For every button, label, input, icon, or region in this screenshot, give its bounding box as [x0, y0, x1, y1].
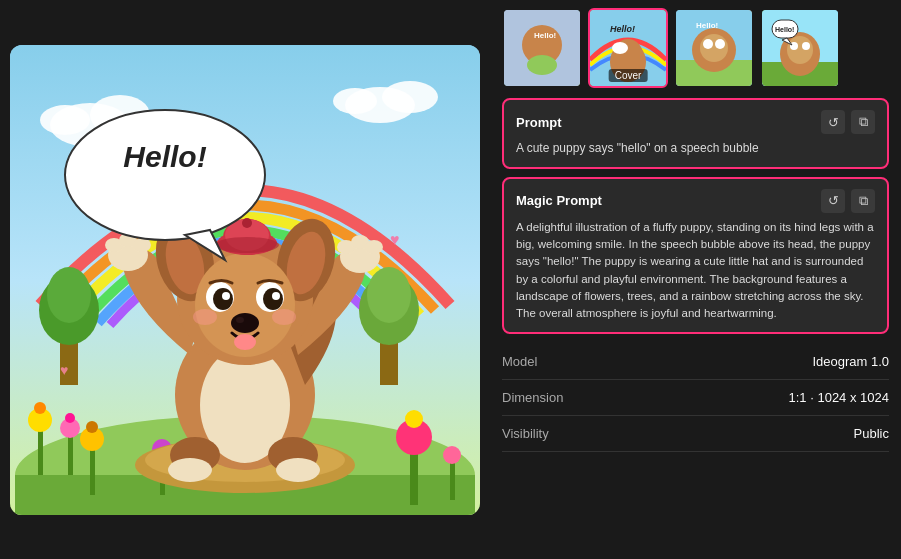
magic-prompt-copy-button[interactable]: ⧉	[851, 189, 875, 213]
svg-point-64	[193, 309, 217, 325]
magic-prompt-text: A delightful illustration of a fluffy pu…	[516, 219, 875, 323]
svg-text:Hello!: Hello!	[610, 24, 635, 34]
dimension-row: Dimension 1:1 · 1024 x 1024	[502, 380, 889, 416]
svg-text:Hello!: Hello!	[696, 21, 718, 30]
svg-point-60	[272, 292, 280, 300]
thumbnail-3-inner: Hello!	[676, 10, 752, 86]
svg-point-90	[715, 39, 725, 49]
prompt-title: Prompt	[516, 115, 562, 130]
thumbnail-4[interactable]: Hello!	[760, 8, 840, 88]
svg-point-22	[65, 413, 75, 423]
magic-prompt-box: Magic Prompt ↺ ⧉ A delightful illustrati…	[502, 177, 889, 335]
svg-point-70	[215, 237, 279, 253]
illustration-svg: Hello! ♥ ♥	[10, 45, 480, 515]
svg-point-3	[40, 105, 90, 135]
svg-point-97	[802, 42, 810, 50]
right-panel: Hello! Hello! Cover	[490, 0, 901, 559]
svg-point-28	[86, 421, 98, 433]
svg-point-71	[65, 110, 265, 240]
svg-rect-17	[38, 425, 43, 475]
thumbnail-1-inner: Hello!	[504, 10, 580, 86]
svg-text:♥: ♥	[60, 362, 68, 378]
visibility-label: Visibility	[502, 426, 549, 441]
model-row: Model Ideogram 1.0	[502, 344, 889, 380]
magic-prompt-title: Magic Prompt	[516, 193, 602, 208]
magic-prompt-actions: ↺ ⧉	[821, 189, 875, 213]
prompt-text: A cute puppy says "hello" on a speech bu…	[516, 140, 875, 157]
thumbnail-4-inner: Hello!	[762, 10, 838, 86]
svg-text:Hello!: Hello!	[775, 26, 794, 33]
svg-point-61	[231, 313, 259, 333]
svg-point-48	[365, 240, 383, 254]
thumbnail-2[interactable]: Hello! Cover	[588, 8, 668, 88]
main-image: Hello! ♥ ♥	[10, 45, 480, 515]
svg-text:Hello!: Hello!	[123, 140, 206, 173]
visibility-value: Public	[854, 426, 889, 441]
svg-text:Hello!: Hello!	[534, 31, 556, 40]
svg-point-63	[234, 334, 256, 350]
svg-point-95	[787, 36, 813, 64]
prompt-box: Prompt ↺ ⧉ A cute puppy says "hello" on …	[502, 98, 889, 169]
svg-point-32	[443, 446, 461, 464]
svg-point-69	[242, 218, 252, 228]
prompt-header: Prompt ↺ ⧉	[516, 110, 875, 134]
svg-point-89	[703, 39, 713, 49]
svg-point-5	[382, 81, 438, 113]
model-label: Model	[502, 354, 537, 369]
svg-point-62	[236, 317, 244, 323]
svg-rect-26	[90, 445, 95, 495]
model-value: Ideogram 1.0	[812, 354, 889, 369]
prompt-actions: ↺ ⧉	[821, 110, 875, 134]
thumbnail-strip: Hello! Hello! Cover	[502, 8, 889, 88]
prompt-copy-button[interactable]: ⧉	[851, 110, 875, 134]
svg-rect-20	[68, 435, 73, 475]
svg-point-40	[276, 458, 320, 482]
svg-text:♥: ♥	[390, 231, 400, 248]
dimension-label: Dimension	[502, 390, 563, 405]
svg-point-11	[47, 267, 91, 323]
svg-point-6	[333, 88, 377, 114]
svg-point-25	[405, 410, 423, 428]
cover-label: Cover	[609, 69, 648, 82]
svg-point-39	[168, 458, 212, 482]
svg-point-83	[612, 42, 628, 54]
svg-point-19	[34, 402, 46, 414]
svg-point-78	[527, 55, 557, 75]
svg-rect-31	[450, 460, 455, 500]
visibility-row: Visibility Public	[502, 416, 889, 452]
svg-point-57	[222, 292, 230, 300]
svg-point-88	[700, 34, 728, 62]
svg-point-14	[367, 267, 411, 323]
magic-prompt-header: Magic Prompt ↺ ⧉	[516, 189, 875, 213]
prompt-refresh-button[interactable]: ↺	[821, 110, 845, 134]
dimension-value: 1:1 · 1024 x 1024	[789, 390, 889, 405]
left-panel: Hello! ♥ ♥	[0, 0, 490, 559]
svg-point-56	[213, 288, 233, 310]
svg-point-65	[272, 309, 296, 325]
thumbnail-3[interactable]: Hello!	[674, 8, 754, 88]
thumbnail-1[interactable]: Hello!	[502, 8, 582, 88]
svg-point-59	[263, 288, 283, 310]
magic-prompt-refresh-button[interactable]: ↺	[821, 189, 845, 213]
